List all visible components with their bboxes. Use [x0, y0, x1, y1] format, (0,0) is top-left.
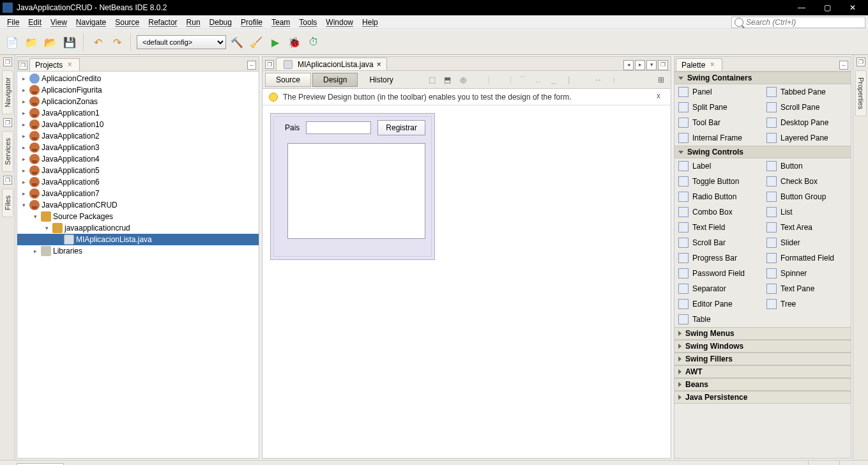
sidebar-tab-services[interactable]: Services [2, 131, 13, 172]
resize-h-button[interactable]: ↔ [591, 73, 605, 87]
palette-item[interactable]: Table [674, 312, 763, 327]
menu-window[interactable]: Window [321, 17, 358, 28]
sidebar-tab-properties[interactable]: Properties [855, 70, 867, 116]
menu-profile[interactable]: Profile [236, 17, 267, 28]
projects-tree[interactable]: ▸AplicacionCredito ▸AplicacionFigurita ▸… [17, 71, 259, 458]
connection-mode-button[interactable]: ⬒ [441, 73, 455, 87]
build-button[interactable]: 🔨 [229, 34, 245, 50]
palette-item[interactable]: Internal Frame [674, 130, 763, 146]
close-icon[interactable]: × [65, 61, 74, 70]
maximize-button[interactable]: ▢ [814, 0, 840, 15]
palette-item[interactable]: Toggle Button [674, 174, 763, 189]
tree-row-selected[interactable]: MIAplicacionLista.java [17, 234, 259, 245]
palette-item[interactable]: Layered Pane [763, 130, 851, 146]
palette-item[interactable]: Password Field [674, 266, 763, 281]
view-design-button[interactable]: Design [312, 73, 358, 87]
close-icon[interactable]: × [708, 61, 717, 70]
view-source-button[interactable]: Source [265, 73, 311, 87]
new-file-button[interactable]: 📄 [4, 34, 20, 50]
restore-group-button[interactable]: ❐ [857, 57, 865, 66]
menu-edit[interactable]: Edit [24, 17, 46, 28]
palette-item[interactable]: Button Group [763, 189, 851, 204]
profile-button[interactable]: ⏱ [305, 34, 322, 50]
form-designer-canvas[interactable]: Pais Registrar [263, 105, 671, 458]
sidebar-tab-files[interactable]: Files [2, 188, 13, 217]
undo-button[interactable]: ↶ [89, 34, 106, 50]
selection-mode-button[interactable]: ⬚ [425, 73, 439, 87]
view-history-button[interactable]: History [359, 73, 403, 87]
minimize-panel-button[interactable]: – [839, 61, 848, 70]
palette-item[interactable]: Combo Box [674, 204, 763, 220]
menu-help[interactable]: Help [358, 17, 383, 28]
align-bottom-button[interactable]: ⎵ [531, 73, 545, 87]
tab-projects[interactable]: Projects × [29, 58, 80, 71]
close-icon[interactable]: × [377, 60, 381, 69]
palette-category-windows[interactable]: Swing Windows [674, 340, 851, 353]
output-button[interactable]: ▤ Output [17, 463, 64, 466]
palette-category-jpa[interactable]: Java Persistence [674, 391, 851, 404]
palette-item[interactable]: Editor Pane [674, 296, 763, 312]
open-project-button[interactable]: 📂 [42, 34, 59, 50]
save-all-button[interactable]: 💾 [61, 34, 78, 50]
form-button-registrar[interactable]: Registrar [377, 120, 425, 135]
palette-item[interactable]: Desktop Pane [763, 115, 851, 130]
minimize-panel-button[interactable]: – [247, 61, 256, 70]
preview-design-button[interactable]: ◎ [456, 73, 470, 87]
menu-team[interactable]: Team [267, 17, 294, 28]
palette-item[interactable]: Spinner [763, 266, 851, 281]
sidebar-tab-navigator[interactable]: Navigator [2, 70, 13, 114]
toolbar-overflow-button[interactable]: ⊞ [654, 73, 668, 87]
palette-item[interactable]: Slider [763, 235, 851, 250]
scroll-right-button[interactable]: ▸ [635, 60, 645, 70]
palette-item[interactable]: Label [674, 158, 763, 174]
search-box[interactable] [731, 17, 865, 28]
palette-category-fillers[interactable]: Swing Fillers [674, 353, 851, 365]
restore-group-button[interactable]: ❐ [3, 57, 12, 66]
editor-tab[interactable]: MIAplicacionLista.java × [276, 57, 387, 70]
form-input-pais[interactable] [306, 121, 371, 134]
palette-body[interactable]: Swing Containers Panel Tabbed Pane Split… [674, 71, 851, 458]
align-right-button[interactable]: ⎹ [501, 73, 515, 87]
tab-palette[interactable]: Palette × [676, 58, 722, 71]
palette-category-controls[interactable]: Swing Controls [674, 146, 851, 158]
menu-tools[interactable]: Tools [294, 17, 321, 28]
new-project-button[interactable]: 📁 [23, 34, 40, 50]
search-input[interactable] [746, 18, 862, 27]
dock-button[interactable]: ❐ [19, 61, 27, 70]
run-button[interactable]: ▶ [267, 34, 284, 50]
menu-navigate[interactable]: Navigate [72, 17, 110, 28]
palette-item[interactable]: Text Field [674, 220, 763, 235]
center-h-button[interactable]: ⎯ [547, 73, 561, 87]
palette-item[interactable]: Tool Bar [674, 115, 763, 130]
palette-item[interactable]: Panel [674, 84, 763, 100]
palette-item[interactable]: Scroll Pane [763, 100, 851, 115]
close-hint-button[interactable]: x [653, 91, 664, 103]
palette-item[interactable]: Separator [674, 281, 763, 296]
palette-item[interactable]: Scroll Bar [674, 235, 763, 250]
menu-source[interactable]: Source [110, 17, 144, 28]
restore-group-button[interactable]: ❐ [3, 176, 12, 185]
center-v-button[interactable]: | [562, 73, 576, 87]
palette-item[interactable]: Radio Button [674, 189, 763, 204]
palette-category-menus[interactable]: Swing Menus [674, 327, 851, 340]
close-button[interactable]: ✕ [840, 0, 865, 15]
palette-category-beans[interactable]: Beans [674, 378, 851, 391]
resize-v-button[interactable]: ↕ [607, 73, 621, 87]
scroll-left-button[interactable]: ◂ [623, 60, 634, 70]
debug-button[interactable]: 🐞 [286, 34, 303, 50]
form-list[interactable] [287, 143, 425, 239]
palette-item[interactable]: List [763, 204, 851, 220]
palette-category-containers[interactable]: Swing Containers [674, 72, 851, 84]
palette-item[interactable]: Formatted Field [763, 250, 851, 266]
palette-item[interactable]: Text Pane [763, 281, 851, 296]
menu-view[interactable]: View [46, 17, 72, 28]
clean-build-button[interactable]: 🧹 [248, 34, 264, 50]
menu-refactor[interactable]: Refactor [144, 17, 181, 28]
palette-item[interactable]: Tabbed Pane [763, 84, 851, 100]
palette-item[interactable]: Text Area [763, 220, 851, 235]
palette-item[interactable]: Tree [763, 296, 851, 312]
dock-button[interactable]: ❐ [265, 60, 274, 69]
align-top-button[interactable]: ⎴ [516, 73, 530, 87]
palette-item[interactable]: Button [763, 158, 851, 174]
align-left-button[interactable]: ⎸ [485, 73, 499, 87]
